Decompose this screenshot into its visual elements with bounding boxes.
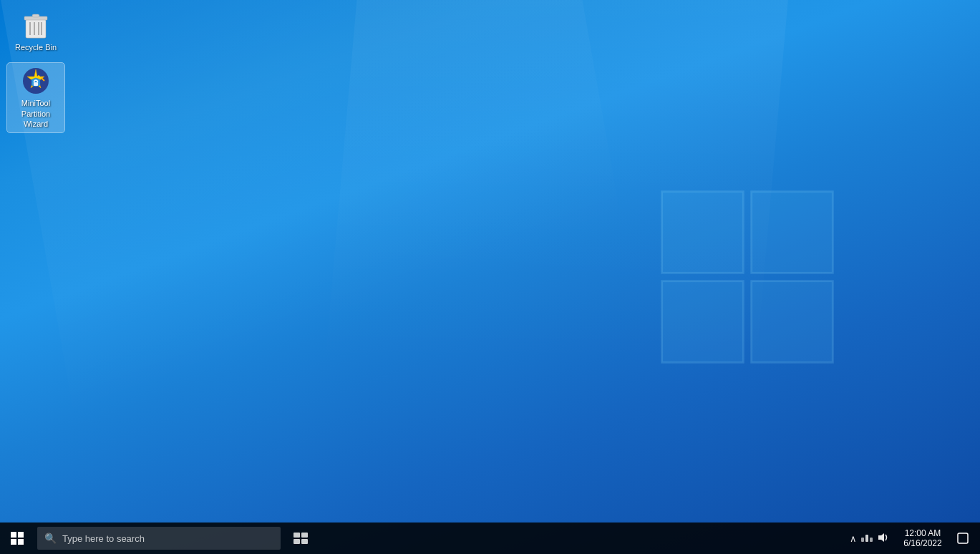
network-icon: [861, 532, 873, 545]
taskbar: 🔍 Type here to search ∧: [0, 523, 980, 554]
svg-rect-17: [11, 539, 16, 545]
recycle-bin-icon-image: [21, 11, 50, 39]
svg-rect-18: [18, 539, 24, 545]
notification-icon: [957, 533, 969, 544]
search-icon: 🔍: [44, 533, 57, 544]
volume-icon: [877, 532, 888, 545]
desktop: Recycle Bin Mi: [0, 0, 980, 554]
svg-rect-20: [301, 533, 308, 538]
system-tray: ∧ 12:00 AM 6/16/2: [838, 523, 980, 554]
task-view-icon: [293, 533, 308, 544]
svg-rect-15: [11, 532, 16, 538]
svg-rect-19: [293, 533, 300, 538]
clock-time: 12:00 AM: [905, 528, 941, 538]
svg-rect-22: [301, 539, 308, 544]
light-beam-1: [0, 0, 674, 554]
svg-rect-27: [958, 533, 968, 543]
recycle-bin-label: Recycle Bin: [15, 42, 57, 52]
notification-button[interactable]: [951, 523, 974, 554]
minitool-icon-image: [21, 67, 50, 95]
svg-rect-2: [662, 281, 744, 363]
svg-rect-25: [870, 538, 873, 542]
desktop-icons-container: Recycle Bin Mi: [7, 7, 64, 132]
clock-date: 6/16/2022: [903, 538, 941, 548]
windows-start-icon: [11, 532, 24, 545]
windows-logo-background: [658, 188, 837, 366]
minitool-icon[interactable]: MiniTool Partition Wizard: [7, 63, 64, 132]
minitool-label: MiniTool Partition Wizard: [11, 98, 61, 129]
svg-rect-10: [32, 14, 39, 17]
recycle-bin-icon[interactable]: Recycle Bin: [7, 7, 64, 56]
svg-marker-26: [878, 533, 884, 542]
svg-rect-1: [752, 192, 833, 273]
tray-icons-area[interactable]: ∧: [844, 523, 894, 554]
svg-rect-24: [861, 538, 864, 542]
svg-rect-13: [34, 82, 38, 86]
tray-chevron-icon: ∧: [850, 533, 857, 544]
clock-area[interactable]: 12:00 AM 6/16/2022: [894, 523, 951, 554]
start-button[interactable]: [0, 523, 34, 554]
svg-rect-3: [752, 281, 833, 363]
search-placeholder-text: Type here to search: [62, 533, 145, 544]
search-bar[interactable]: 🔍 Type here to search: [37, 527, 281, 550]
svg-rect-0: [662, 192, 744, 273]
svg-rect-16: [18, 532, 24, 538]
svg-rect-4: [26, 19, 46, 38]
svg-rect-23: [865, 535, 868, 542]
svg-rect-21: [293, 539, 300, 544]
task-view-button[interactable]: [285, 523, 316, 554]
